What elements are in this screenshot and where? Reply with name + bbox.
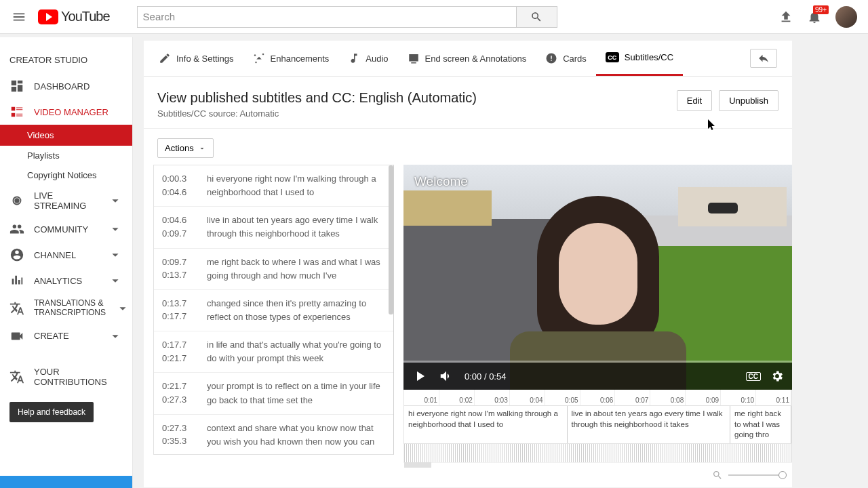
zoom-icon bbox=[712, 470, 723, 481]
search-button[interactable] bbox=[517, 6, 557, 28]
caption-text: live in about ten years ago every time I… bbox=[207, 214, 385, 241]
sidebar-item-create[interactable]: CREATE bbox=[0, 323, 132, 349]
ruler-tick: 0:10 bbox=[721, 390, 756, 405]
chevron-down-icon bbox=[108, 222, 123, 237]
unpublish-button[interactable]: Unpublish bbox=[719, 90, 778, 111]
menu-icon[interactable] bbox=[11, 9, 27, 25]
caption-time: 0:00.30:04.6 bbox=[162, 172, 195, 199]
sidebar-item-label: CREATE bbox=[34, 331, 69, 341]
page-subtitle: Subtitles/CC source: Automatic bbox=[157, 108, 666, 119]
caption-text: your prompt is to reflect on a time in y… bbox=[207, 380, 385, 407]
sidebar-item-playlists[interactable]: Playlists bbox=[0, 146, 132, 165]
caption-row[interactable]: 0:09.70:13.7me right back to where I was… bbox=[154, 249, 393, 290]
tab-audio[interactable]: Audio bbox=[338, 41, 397, 76]
sidebar-item-analytics[interactable]: ANALYTICS bbox=[0, 268, 132, 293]
caption-time: 0:17.70:21.7 bbox=[162, 338, 195, 365]
page-header: View published subtitles and CC: English… bbox=[144, 77, 792, 129]
cc-toggle[interactable]: CC bbox=[746, 372, 761, 381]
sidebar-item-label: COMMUNITY bbox=[34, 224, 88, 235]
caption-row[interactable]: 0:21.70:27.3your prompt is to reflect on… bbox=[154, 373, 393, 414]
chevron-down-icon bbox=[115, 301, 130, 316]
upload-icon[interactable] bbox=[778, 9, 793, 24]
caption-time: 0:21.70:27.3 bbox=[162, 380, 195, 407]
tab-enhancements[interactable]: Enhancements bbox=[243, 41, 339, 76]
sidebar-item-label: LIVE STREAMING bbox=[34, 190, 98, 211]
ruler-tick: 0:05 bbox=[545, 390, 580, 405]
timeline-ruler[interactable]: 0:010:020:030:040:050:060:070:080:090:10… bbox=[403, 390, 792, 406]
ruler-tick: 0:09 bbox=[686, 390, 721, 405]
chevron-down-icon bbox=[108, 193, 123, 208]
chevron-down-icon bbox=[108, 329, 123, 344]
settings-gear-icon[interactable] bbox=[770, 369, 784, 383]
caret-down-icon bbox=[198, 144, 206, 152]
help-feedback-button[interactable]: Help and feedback bbox=[9, 402, 94, 422]
caption-row[interactable]: 0:17.70:21.7in life and that's actually … bbox=[154, 331, 393, 373]
video-frame bbox=[403, 165, 792, 390]
sidebar-item-label: ANALYTICS bbox=[34, 276, 82, 286]
caption-text: changed since then it's pretty amazing t… bbox=[207, 297, 385, 324]
scrollbar[interactable] bbox=[389, 165, 393, 314]
sidebar-item-label: DASHBOARD bbox=[34, 81, 90, 92]
caption-time: 0:04.60:09.7 bbox=[162, 214, 195, 241]
timeline-segment[interactable]: live in about ten years ago every time I… bbox=[568, 406, 731, 443]
timeline-segment[interactable]: hi everyone right now I'm walking throug… bbox=[404, 406, 568, 443]
edit-button[interactable]: Edit bbox=[677, 90, 712, 111]
search-icon bbox=[530, 11, 542, 23]
notification-badge: 99+ bbox=[813, 5, 829, 14]
sidebar-item-label: TRANSLATIONS & TRANSCRIPTIONS bbox=[34, 299, 106, 318]
sidebar-item-copyright[interactable]: Copyright Notices bbox=[0, 165, 132, 185]
tab-end-screen[interactable]: End screen & Annotations bbox=[398, 41, 536, 76]
volume-button[interactable] bbox=[439, 369, 454, 384]
caption-text: in life and that's actually what you're … bbox=[207, 338, 385, 365]
caption-time: 0:13.70:17.7 bbox=[162, 297, 195, 324]
video-time: 0:00 / 0:54 bbox=[465, 371, 506, 382]
zoom-slider[interactable] bbox=[728, 474, 783, 476]
sidebar-item-channel[interactable]: CHANNEL bbox=[0, 242, 132, 268]
tab-cards[interactable]: Cards bbox=[536, 41, 596, 76]
video-overlay-title: Welcome bbox=[414, 174, 468, 189]
tab-info-settings[interactable]: Info & Settings bbox=[149, 41, 243, 76]
timeline-segments[interactable]: hi everyone right now I'm walking throug… bbox=[403, 406, 792, 444]
actions-dropdown[interactable]: Actions bbox=[157, 138, 214, 158]
search-input[interactable] bbox=[137, 6, 517, 28]
caption-row[interactable]: 0:13.70:17.7changed since then it's pret… bbox=[154, 290, 393, 331]
caption-list[interactable]: 0:00.30:04.6hi everyone right now I'm wa… bbox=[153, 165, 394, 455]
sidebar-item-dashboard[interactable]: DASHBOARD bbox=[0, 73, 132, 99]
sidebar-item-contributions[interactable]: YOUR CONTRIBUTIONS bbox=[0, 361, 132, 392]
sidebar-item-label: VIDEO MANAGER bbox=[34, 107, 108, 117]
chevron-down-icon bbox=[108, 273, 123, 288]
sidebar-item-videos[interactable]: Videos bbox=[0, 125, 132, 146]
timeline-scrollbar[interactable] bbox=[404, 462, 431, 468]
caption-text: context and share what you know now that… bbox=[207, 422, 385, 449]
avatar[interactable] bbox=[835, 6, 857, 28]
video-controls: 0:00 / 0:54 CC bbox=[403, 363, 792, 390]
ruler-tick: 0:06 bbox=[580, 390, 616, 405]
ruler-tick: 0:01 bbox=[404, 390, 439, 405]
ruler-tick: 0:08 bbox=[650, 390, 686, 405]
sidebar-item-video-manager[interactable]: VIDEO MANAGER bbox=[0, 99, 132, 125]
sidebar-item-live-streaming[interactable]: LIVE STREAMING bbox=[0, 185, 132, 216]
caption-row[interactable]: 0:27.30:35.3context and share what you k… bbox=[154, 415, 393, 455]
sidebar-item-translations[interactable]: TRANSLATIONS & TRANSCRIPTIONS bbox=[0, 293, 132, 323]
sidebar: CREATOR STUDIO DASHBOARD VIDEO MANAGER V… bbox=[0, 37, 133, 488]
ruler-tick: 0:07 bbox=[615, 390, 650, 405]
ruler-tick: 0:02 bbox=[439, 390, 475, 405]
top-bar: YouTube 99+ bbox=[0, 0, 868, 34]
video-player[interactable]: Welcome 0:00 / 0:54 CC bbox=[403, 165, 792, 390]
back-to-video-button[interactable] bbox=[750, 49, 777, 68]
play-button[interactable] bbox=[412, 368, 428, 384]
youtube-logo[interactable]: YouTube bbox=[38, 9, 110, 24]
caption-row[interactable]: 0:00.30:04.6hi everyone right now I'm wa… bbox=[154, 165, 393, 207]
audio-waveform[interactable] bbox=[403, 444, 792, 463]
ruler-tick: 0:03 bbox=[475, 390, 510, 405]
caption-row[interactable]: 0:04.60:09.7live in about ten years ago … bbox=[154, 207, 393, 248]
main-panel: Info & Settings Enhancements Audio End s… bbox=[144, 41, 792, 487]
tab-subtitles-cc[interactable]: CCSubtitles/CC bbox=[596, 41, 683, 76]
notifications-icon[interactable]: 99+ bbox=[807, 9, 822, 24]
zoom-control bbox=[144, 463, 792, 487]
timeline-segment[interactable]: me right back to what I was going thro bbox=[730, 406, 791, 443]
page-title: View published subtitles and CC: English… bbox=[157, 90, 666, 106]
sidebar-item-community[interactable]: COMMUNITY bbox=[0, 216, 132, 242]
caption-time: 0:09.70:13.7 bbox=[162, 256, 195, 283]
caption-text: me right back to where I was and what I … bbox=[207, 256, 385, 283]
